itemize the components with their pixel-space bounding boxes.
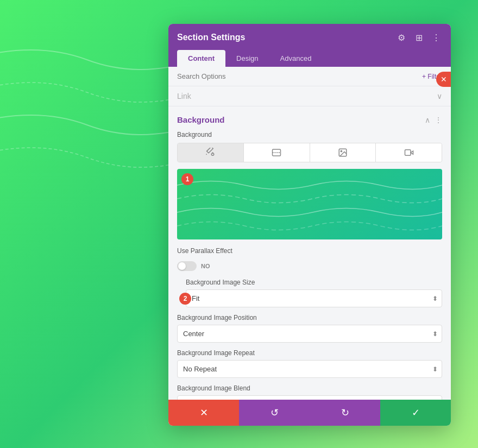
link-label: Link: [177, 92, 191, 100]
image-blend-label: Background Image Blend: [177, 384, 442, 392]
image-position-label: Background Image Position: [177, 314, 442, 321]
image-position-wrapper: Center Top Left Top Center Top Right Bot…: [177, 325, 442, 343]
section-header: Background ∧ ⋮: [177, 115, 442, 124]
toggle-knob: [178, 262, 186, 270]
columns-icon[interactable]: ⊞: [413, 31, 425, 43]
image-blend-select[interactable]: Normal Multiply Screen Overlay: [177, 395, 442, 400]
parallax-row: Use Parallax Effect: [177, 247, 442, 255]
settings-icon[interactable]: ⚙: [395, 31, 407, 43]
bg-tab-gradient[interactable]: [244, 143, 310, 162]
image-repeat-field: Background Image Repeat No Repeat Repeat…: [177, 349, 442, 378]
section-collapse-icon[interactable]: ∧: [425, 116, 430, 124]
image-blend-wrapper: Normal Multiply Screen Overlay ⬍: [177, 395, 442, 400]
tab-design[interactable]: Design: [225, 50, 269, 67]
section-more-icon[interactable]: ⋮: [435, 116, 442, 124]
undo-button[interactable]: ↺: [239, 400, 310, 426]
image-blend-field: Background Image Blend Normal Multiply S…: [177, 384, 442, 400]
tabs: Content Design Advanced: [177, 50, 442, 67]
section-title: Background: [177, 115, 225, 124]
image-repeat-wrapper: No Repeat Repeat Repeat-X Repeat-Y ⬍: [177, 360, 442, 378]
redo-button[interactable]: ↻: [310, 400, 380, 426]
bg-field-label: Background: [177, 131, 442, 138]
background-preview: 1: [177, 169, 442, 239]
bottom-bar: ✕ ↺ ↻ ✓: [168, 400, 451, 426]
parallax-label: Use Parallax Effect: [177, 247, 232, 255]
image-size-select[interactable]: Fit Cover Auto Custom: [186, 289, 442, 307]
panel-title: Section Settings: [177, 33, 245, 42]
preview-gradient: [177, 169, 442, 239]
tab-content[interactable]: Content: [177, 50, 225, 67]
bg-type-tabs: [177, 143, 442, 162]
search-input[interactable]: [177, 72, 422, 80]
link-collapse-arrow: ∨: [437, 92, 442, 100]
search-bar: + Filter: [168, 67, 451, 86]
parallax-toggle[interactable]: [177, 261, 197, 271]
more-icon[interactable]: ⋮: [430, 31, 442, 43]
cancel-button[interactable]: ✕: [168, 400, 239, 426]
link-section-row[interactable]: Link ∨: [168, 86, 451, 106]
image-size-label: Background Image Size: [186, 279, 442, 286]
image-size-wrapper: 2 Fit Cover Auto Custom ⬍: [186, 289, 442, 307]
bg-tab-image[interactable]: [310, 143, 376, 162]
step-badge-2: 2: [179, 293, 191, 305]
bg-tab-video[interactable]: [376, 143, 442, 162]
section-settings-panel: Section Settings ⚙ ⊞ ⋮ Content Design Ad…: [168, 24, 451, 426]
close-button[interactable]: ✕: [436, 72, 451, 87]
section-header-icons: ∧ ⋮: [425, 116, 442, 124]
step-badge-1: 1: [181, 173, 193, 185]
image-size-field: Background Image Size 2 Fit Cover Auto C…: [177, 279, 442, 307]
panel-body: + Filter Link ∨ Background ∧ ⋮ Backgroun…: [168, 67, 451, 400]
save-button[interactable]: ✓: [380, 400, 451, 426]
header-icons: ⚙ ⊞ ⋮: [395, 31, 442, 43]
image-repeat-select[interactable]: No Repeat Repeat Repeat-X Repeat-Y: [177, 360, 442, 378]
tab-advanced[interactable]: Advanced: [269, 50, 323, 67]
svg-point-3: [341, 150, 342, 152]
image-repeat-label: Background Image Repeat: [177, 349, 442, 357]
background-section: Background ∧ ⋮ Background: [168, 106, 451, 400]
parallax-toggle-container: NO: [177, 261, 442, 271]
image-position-field: Background Image Position Center Top Lef…: [177, 314, 442, 343]
panel-header: Section Settings ⚙ ⊞ ⋮ Content Design Ad…: [168, 24, 451, 67]
parallax-toggle-label: NO: [201, 263, 210, 269]
svg-rect-4: [405, 150, 411, 156]
bg-tab-color[interactable]: [178, 143, 244, 162]
image-position-select[interactable]: Center Top Left Top Center Top Right Bot…: [177, 325, 442, 343]
